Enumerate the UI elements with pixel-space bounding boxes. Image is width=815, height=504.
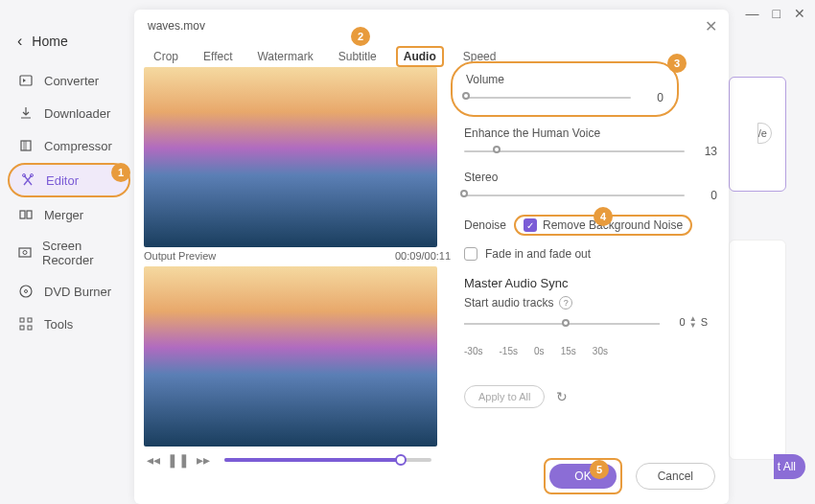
screen-recorder-icon	[17, 244, 33, 262]
sidebar-item-editor[interactable]: Editor 1	[8, 163, 130, 197]
tab-watermark[interactable]: Watermark	[251, 46, 318, 67]
preview-output	[144, 266, 437, 447]
sync-unit: S	[701, 316, 708, 328]
stereo-slider[interactable]: 0	[464, 188, 717, 203]
volume-slider[interactable]: 0	[466, 90, 664, 105]
next-button[interactable]: ▸▸	[194, 450, 213, 470]
enhance-label: Enhance the Human Voice	[464, 126, 717, 140]
close-button[interactable]: ✕	[794, 6, 805, 21]
badge-2: 2	[351, 27, 370, 46]
sidebar-item-screen-recorder[interactable]: Screen Recorder	[8, 232, 130, 274]
badge-3: 3	[667, 54, 687, 73]
sync-sublabel: Start audio tracks	[464, 296, 553, 309]
sidebar-item-merger[interactable]: Merger	[8, 199, 130, 230]
compressor-icon	[17, 137, 35, 154]
bg-convert-all-button: t All	[774, 454, 805, 479]
prev-button[interactable]: ◂◂	[144, 450, 163, 470]
sidebar-item-label: DVD Burner	[44, 285, 111, 299]
stereo-value: 0	[698, 189, 717, 202]
remove-bg-noise-checkbox[interactable]: ✓	[524, 218, 537, 232]
sync-spinner[interactable]: ▲▼	[689, 315, 697, 329]
svg-rect-11	[28, 318, 32, 322]
minimize-button[interactable]: —	[746, 6, 759, 21]
volume-group: Volume 0 3	[451, 61, 679, 117]
sync-title: Master Audio Sync	[464, 276, 717, 290]
timeline-slider[interactable]	[224, 458, 431, 462]
svg-rect-13	[28, 326, 32, 330]
sync-value: 0	[680, 316, 686, 328]
sidebar-item-compressor[interactable]: Compressor	[8, 130, 130, 161]
svg-rect-10	[20, 318, 24, 322]
sidebar-item-label: Downloader	[44, 106, 110, 121]
badge-1: 1	[111, 163, 130, 182]
dvd-icon	[17, 283, 35, 300]
apply-to-all-button[interactable]: Apply to All	[464, 385, 545, 408]
back-arrow-icon: ‹	[17, 33, 22, 50]
fade-label: Fade in and fade out	[485, 247, 591, 261]
sidebar-item-converter[interactable]: Converter	[8, 65, 130, 96]
preview-label: Output Preview	[144, 250, 216, 262]
volume-label: Volume	[466, 73, 664, 86]
svg-rect-6	[19, 248, 31, 257]
dialog-title: waves.mov	[148, 19, 205, 33]
tab-subtitle[interactable]: Subtitle	[333, 46, 383, 67]
player-controls: ◂◂ ❚❚ ▸▸	[144, 450, 437, 470]
cancel-button[interactable]: Cancel	[636, 463, 715, 490]
home-label: Home	[32, 34, 67, 49]
tools-icon	[17, 315, 35, 332]
downloader-icon	[17, 104, 35, 122]
bg-card2	[729, 240, 786, 460]
editor-icon	[19, 172, 36, 189]
fade-checkbox[interactable]	[464, 247, 477, 261]
preview-original	[144, 67, 437, 247]
svg-point-7	[23, 251, 27, 255]
sidebar-item-dvd-burner[interactable]: DVD Burner	[8, 276, 130, 307]
sidebar-item-label: Screen Recorder	[42, 239, 121, 267]
refresh-icon[interactable]: ↻	[556, 389, 568, 404]
sidebar-item-label: Converter	[44, 74, 99, 88]
remove-bg-noise-group: 4 ✓ Remove Background Noise	[514, 215, 692, 236]
volume-value: 0	[644, 91, 664, 104]
stereo-label: Stereo	[464, 171, 717, 184]
sidebar-item-tools[interactable]: Tools	[8, 309, 130, 339]
denoise-label: Denoise	[464, 218, 506, 232]
editor-dialog: waves.mov ✕ Crop Effect Watermark Subtit…	[134, 10, 729, 504]
sidebar-item-label: Tools	[44, 317, 73, 332]
svg-rect-12	[20, 326, 24, 330]
info-icon[interactable]: ?	[559, 296, 572, 309]
enhance-value: 13	[698, 145, 717, 158]
sync-slider[interactable]: 0 ▲▼ S	[464, 319, 717, 344]
preview-time: 00:09/00:11	[395, 250, 451, 262]
dialog-close-button[interactable]: ✕	[705, 17, 717, 35]
sidebar-item-downloader[interactable]: Downloader	[8, 98, 130, 128]
pause-button[interactable]: ❚❚	[169, 450, 188, 470]
audio-panel: Volume 0 3 Enhance the Human Voice 13 St…	[464, 69, 717, 408]
sidebar-item-label: Merger	[44, 208, 83, 222]
window-controls: — □ ✕	[746, 6, 805, 21]
ok-highlight: OK	[544, 458, 621, 494]
enhance-slider[interactable]: 13	[464, 144, 717, 159]
maximize-button[interactable]: □	[773, 6, 780, 21]
badge-4: 4	[594, 207, 613, 226]
svg-rect-4	[20, 211, 25, 218]
dialog-footer: OK Cancel	[544, 458, 715, 494]
svg-rect-5	[27, 211, 32, 218]
sync-tick-labels: -30s -15s 0s 15s 30s	[464, 346, 608, 356]
svg-point-9	[25, 290, 28, 293]
sidebar-item-label: Compressor	[44, 139, 112, 153]
converter-icon	[17, 72, 35, 89]
tab-effect[interactable]: Effect	[198, 46, 238, 67]
remove-bg-noise-label: Remove Background Noise	[543, 218, 683, 232]
svg-point-8	[20, 286, 32, 297]
tab-audio[interactable]: Audio	[396, 46, 444, 67]
badge-5: 5	[590, 460, 609, 479]
sidebar: ‹ Home Converter Downloader Compressor E…	[8, 27, 130, 341]
merger-icon	[17, 206, 35, 223]
sidebar-item-label: Editor	[46, 173, 79, 188]
tabs: Crop Effect Watermark Subtitle Audio Spe…	[148, 46, 501, 67]
tab-crop[interactable]: Crop	[148, 46, 184, 67]
home-button[interactable]: ‹ Home	[8, 27, 130, 56]
